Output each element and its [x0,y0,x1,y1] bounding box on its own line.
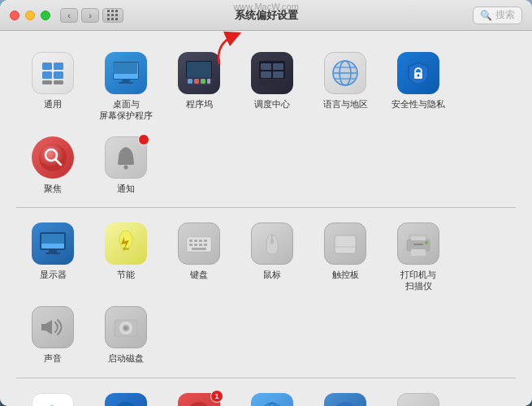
svg-rect-23 [273,71,283,78]
red-arrow-indicator [211,31,260,71]
svg-rect-4 [42,80,52,84]
minimize-button[interactable] [25,11,35,20]
icon-item-dock[interactable]: 程序坞 [162,44,236,128]
trackpad-icon [324,222,366,265]
startup-icon [105,306,147,348]
icon-item-extensions[interactable]: 扩展 [382,385,455,406]
icon-item-network[interactable]: 网络 [236,385,309,406]
section-hardware: 显示器 节能 [16,214,516,371]
printer-icon [397,222,439,265]
svg-point-71 [125,327,128,330]
icon-item-startup[interactable]: 启动磁盘 [89,298,162,370]
svg-rect-36 [118,162,134,165]
update-badge: 1 [210,390,223,403]
icon-item-desktop[interactable]: 桌面与 屏幕保护程序 [89,44,162,128]
icon-item-mouse[interactable]: 鼠标 [236,214,309,299]
icon-item-language[interactable]: 语言与地区 [309,44,382,128]
back-button[interactable]: ‹ [60,8,78,23]
svg-point-37 [124,165,128,169]
svg-rect-17 [207,79,210,84]
svg-rect-8 [113,63,137,74]
icon-item-sound[interactable]: 声音 [16,298,89,370]
icon-item-printer[interactable]: 打印机与 扫描仪 [382,214,455,299]
internet-grid: iCloud @ 互联网 帐户 [16,385,516,406]
svg-rect-12 [187,62,211,78]
svg-rect-55 [204,244,207,246]
icloud-icon [32,393,74,406]
svg-rect-0 [42,63,52,70]
svg-rect-21 [273,63,283,70]
icon-item-security[interactable]: 安全性与隐私 [382,44,455,128]
svg-rect-53 [194,244,197,246]
icon-item-bluetooth[interactable]: 蓝牙 [309,385,382,406]
general-label: 通用 [44,98,62,110]
startup-label: 启动磁盘 [108,352,144,364]
personal-grid: 通用 桌面与 屏幕保护程序 [16,44,516,201]
svg-rect-48 [189,240,192,242]
svg-rect-22 [261,71,271,78]
window-title: 系统偏好设置 [235,8,298,23]
hardware-grid: 显示器 节能 [16,214,516,371]
svg-point-74 [187,402,211,406]
grid-view-button[interactable] [102,8,123,23]
icon-item-energy[interactable]: 节能 [89,214,162,299]
search-box[interactable]: 🔍 搜索 [473,6,522,24]
printer-label: 打印机与 扫描仪 [400,269,436,292]
general-icon [32,52,74,94]
section-internet: iCloud @ 互联网 帐户 [16,385,516,406]
search-icon: 🔍 [480,10,492,21]
language-label: 语言与地区 [323,98,368,110]
svg-rect-49 [194,240,197,242]
svg-rect-65 [413,244,423,245]
icon-item-software-update[interactable]: App Store 1 软件更新 [162,385,236,406]
svg-rect-63 [411,236,426,240]
traffic-lights [10,11,50,20]
icon-item-notifications[interactable]: 通知 [89,128,162,201]
svg-rect-10 [119,82,133,84]
forward-button[interactable]: › [81,8,99,23]
notifications-badge [138,134,149,145]
svg-point-33 [39,144,67,171]
security-label: 安全性与隐私 [391,98,445,110]
icon-item-general[interactable]: 通用 [16,44,89,128]
sound-label: 声音 [44,352,62,364]
svg-rect-15 [194,79,199,84]
svg-rect-40 [41,234,64,244]
desktop-icon [105,52,147,94]
close-button[interactable] [10,11,19,20]
svg-rect-1 [54,63,63,70]
svg-rect-42 [45,253,60,254]
svg-rect-3 [54,71,63,79]
svg-rect-44 [123,248,129,250]
mouse-label: 鼠标 [263,269,281,280]
search-placeholder: 搜索 [495,8,515,22]
display-icon [32,222,74,265]
svg-rect-64 [411,249,426,256]
keyboard-label: 键盘 [190,269,208,280]
grid-icon [107,10,119,21]
spotlight-icon [32,136,74,179]
energy-label: 节能 [117,269,135,280]
icon-item-trackpad[interactable]: 触控板 [309,214,382,299]
svg-rect-54 [199,244,202,246]
bluetooth-icon [324,393,366,406]
icon-item-display[interactable]: 显示器 [16,214,89,299]
display-label: 显示器 [40,269,67,280]
trackpad-label: 触控板 [332,269,359,280]
svg-point-66 [425,241,428,244]
icon-item-spotlight[interactable]: 聚焦 [16,128,89,201]
icon-item-internet-accounts[interactable]: @ 互联网 帐户 [89,385,162,406]
notifications-icon [105,136,147,179]
internet-accounts-icon: @ [105,393,147,406]
svg-rect-51 [204,240,207,242]
svg-point-82 [333,402,357,406]
missionctrl-label: 调度中心 [254,98,290,110]
icon-item-keyboard[interactable]: 键盘 [162,214,236,299]
icon-item-icloud[interactable]: iCloud [16,385,89,406]
maximize-button[interactable] [41,11,50,20]
svg-rect-16 [201,79,205,84]
desktop-label: 桌面与 屏幕保护程序 [99,98,153,122]
svg-rect-5 [54,80,63,84]
notifications-label: 通知 [117,183,135,194]
content-area: 通用 桌面与 屏幕保护程序 [0,31,532,406]
